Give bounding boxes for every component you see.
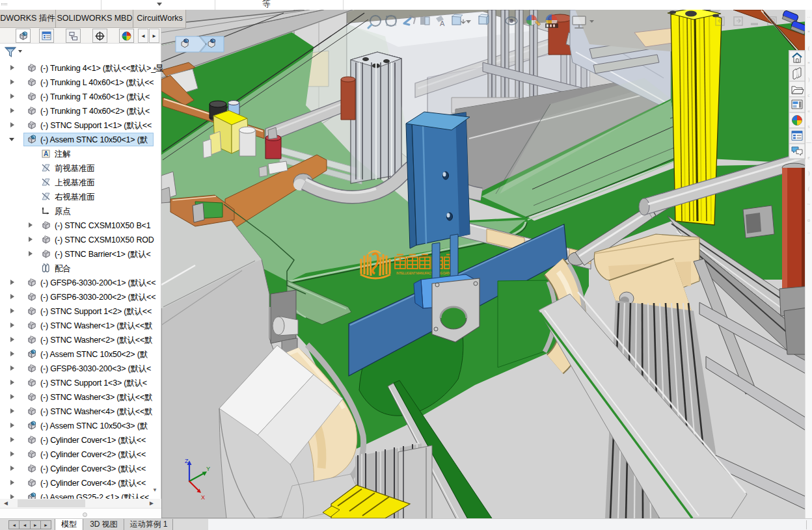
svg-text:Z: Z [185,458,189,464]
svg-text:A: A [440,20,445,27]
svg-text:INTELLIGENT MANUFACTURING DATA: INTELLIGENT MANUFACTURING DATA [396,271,452,275]
svg-text:X: X [201,494,205,501]
svg-text:Y: Y [206,466,210,472]
